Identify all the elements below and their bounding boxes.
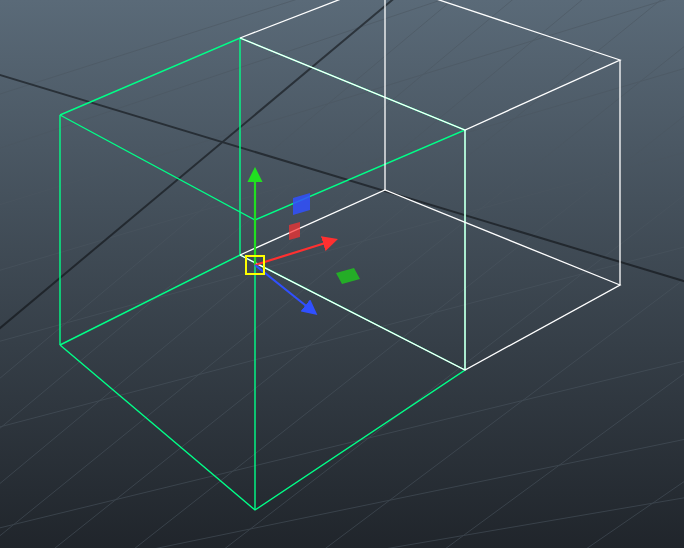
plane-yz-handle[interactable] [289,222,300,240]
viewport-3d[interactable] [0,0,684,548]
